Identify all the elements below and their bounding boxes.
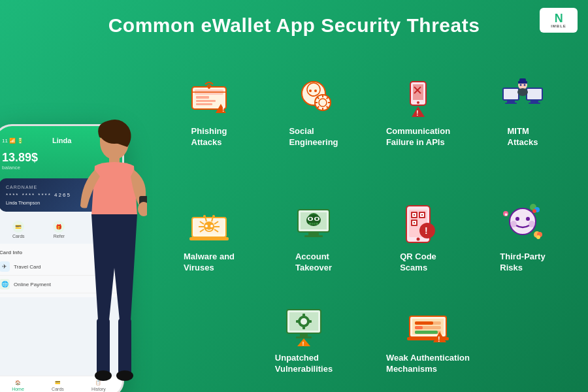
- third-party-icon: ★: [499, 199, 546, 246]
- mitm-icon: [499, 74, 546, 121]
- svg-text:!: !: [438, 335, 440, 343]
- svg-point-50: [520, 84, 522, 86]
- svg-point-84: [417, 238, 420, 241]
- card-holder: Linda Thompson: [6, 201, 40, 205]
- phone-menu-item-cards: 💳 Cards: [12, 221, 25, 238]
- threat-account-takeover: AccountTakeover: [271, 199, 356, 274]
- social-engineering-label: SocialEngineering: [289, 126, 338, 148]
- svg-text:!: !: [222, 106, 224, 113]
- threats-row-2: Malware andViruses: [157, 175, 575, 298]
- svg-rect-54: [189, 237, 229, 240]
- svg-rect-13: [196, 100, 216, 102]
- threat-phishing: ! PhishingAttacks: [167, 74, 252, 148]
- threats-section: ! PhishingAttacks: [150, 43, 588, 392]
- svg-point-51: [524, 84, 526, 86]
- svg-rect-43: [531, 100, 538, 103]
- mitm-label: MITMAttacks: [508, 126, 538, 148]
- qr-code-label: QR CodeScams: [400, 252, 436, 274]
- svg-rect-44: [529, 103, 540, 104]
- account-takeover-label: AccountTakeover: [295, 252, 332, 274]
- svg-rect-112: [296, 336, 312, 338]
- threat-social-engineering: SocialEngineering: [271, 74, 356, 148]
- content-area: 11 📶 🔋 Linda 👤 PLUS 13.89$ balance CARDN…: [0, 43, 588, 392]
- svg-point-99: [510, 221, 517, 227]
- threat-malware: Malware andViruses: [167, 199, 252, 274]
- threat-third-party: ★ Third-PartyRisks: [480, 199, 565, 274]
- phishing-icon: !: [186, 74, 233, 121]
- threat-weak-auth: ! Weak AuthenticationMechanisms: [385, 301, 470, 375]
- unpatched-icon: !: [280, 301, 327, 348]
- svg-point-15: [208, 86, 210, 89]
- woman-svg: [56, 111, 147, 392]
- svg-point-77: [316, 218, 318, 220]
- svg-point-7: [95, 370, 112, 381]
- communication-icon: !: [395, 74, 442, 121]
- threat-qr-code: ! QR CodeScams: [376, 199, 461, 274]
- online-icon: 🌐: [0, 279, 10, 289]
- weak-auth-label: Weak AuthenticationMechanisms: [386, 353, 470, 375]
- svg-point-31: [314, 90, 317, 92]
- threat-mitm: MITMAttacks: [480, 74, 565, 148]
- svg-point-30: [309, 90, 312, 92]
- threat-communication: ! CommunicationFailure in APIs: [376, 74, 461, 148]
- svg-rect-118: [308, 320, 312, 323]
- svg-rect-116: [302, 326, 305, 329]
- svg-point-47: [517, 88, 528, 96]
- svg-rect-93: [414, 222, 415, 223]
- threat-unpatched: ! UnpatchedVulnerabilities: [261, 301, 346, 375]
- svg-rect-12: [196, 96, 209, 99]
- svg-rect-127: [415, 326, 423, 329]
- travel-icon: ✈: [0, 261, 10, 272]
- malware-label: Malware andViruses: [184, 252, 235, 274]
- svg-point-105: [536, 235, 540, 239]
- main-container: N IMBLE Common eWallet App Security Thre…: [0, 0, 588, 392]
- svg-rect-42: [527, 88, 542, 100]
- threats-row-1: ! PhishingAttacks: [157, 50, 575, 172]
- svg-point-100: [529, 221, 535, 227]
- svg-text:★: ★: [504, 212, 508, 218]
- svg-rect-5: [97, 319, 110, 374]
- threats-row-3: ! UnpatchedVulnerabilities: [157, 301, 575, 385]
- cards-label: Cards: [12, 234, 25, 238]
- svg-rect-49: [519, 78, 526, 82]
- header: Common eWallet App Security Threats: [0, 0, 588, 43]
- svg-rect-90: [421, 214, 423, 216]
- svg-point-97: [515, 217, 519, 221]
- svg-text:!: !: [416, 109, 419, 117]
- phone-status: 11 📶 🔋: [2, 138, 24, 144]
- svg-rect-87: [414, 214, 415, 216]
- svg-point-8: [116, 370, 133, 381]
- qr-code-icon: !: [395, 199, 442, 246]
- svg-point-114: [301, 318, 307, 325]
- nav-home: 🏠 Home: [12, 380, 24, 391]
- svg-point-98: [526, 217, 530, 221]
- svg-rect-6: [118, 319, 131, 374]
- svg-text:!: !: [302, 340, 304, 346]
- svg-rect-125: [415, 321, 433, 325]
- home-icon: 🏠: [15, 380, 21, 385]
- svg-rect-115: [302, 314, 305, 317]
- svg-rect-111: [300, 333, 308, 336]
- woman-figure: [49, 105, 154, 392]
- home-label: Home: [12, 387, 24, 391]
- svg-rect-117: [296, 320, 299, 323]
- page-title: Common eWallet App Security Threats: [0, 14, 588, 37]
- unpatched-label: UnpatchedVulnerabilities: [275, 353, 333, 375]
- social-engineering-icon: [290, 74, 337, 121]
- svg-rect-41: [505, 103, 517, 104]
- svg-rect-129: [415, 331, 438, 334]
- third-party-label: Third-PartyRisks: [500, 252, 545, 274]
- cards-icon: 💳: [12, 221, 24, 233]
- svg-rect-40: [507, 100, 515, 103]
- travel-card-label: Travel Card: [14, 264, 41, 270]
- svg-rect-70: [308, 232, 319, 235]
- svg-point-76: [309, 218, 312, 220]
- malware-icon: [186, 199, 233, 246]
- weak-auth-icon: !: [404, 301, 451, 348]
- communication-label: CommunicationFailure in APIs: [386, 126, 450, 148]
- svg-point-34: [417, 101, 419, 104]
- svg-rect-71: [304, 235, 323, 237]
- svg-point-65: [212, 215, 215, 218]
- svg-rect-39: [503, 88, 519, 100]
- account-takeover-icon: [290, 199, 337, 246]
